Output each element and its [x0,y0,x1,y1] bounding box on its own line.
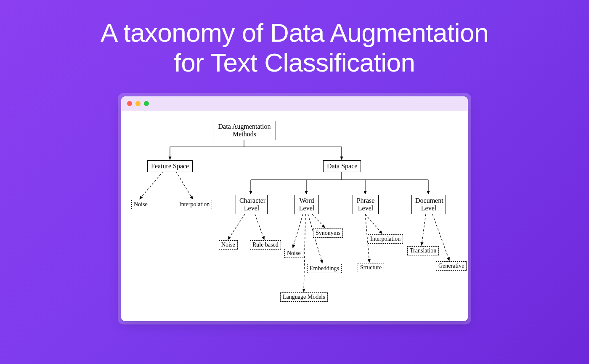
leaf-label: Generative [438,263,464,269]
leaf-label: Interpolation [179,201,210,207]
diagram-canvas: Data AugmentationMethods Feature Space D… [121,111,468,321]
node-root: Data AugmentationMethods [213,121,276,141]
svg-line-15 [293,214,303,248]
node-word-level: WordLevel [294,195,319,215]
node-label: Data Space [327,162,357,170]
leaf-fs-interpolation: Interpolation [177,200,212,209]
leaf-wl-embeddings: Embeddings [307,264,342,273]
leaf-label: Translation [410,247,436,254]
svg-line-13 [255,214,264,239]
leaf-label: Language Models [283,294,325,300]
leaf-wl-noise: Noise [284,249,303,258]
svg-line-16 [308,214,322,263]
close-icon[interactable] [127,101,132,106]
leaf-label: Noise [134,201,148,207]
leaf-label: Noise [287,250,301,256]
leaf-dl-generative: Generative [436,261,467,271]
svg-line-4 [140,171,163,199]
node-root-label: Data AugmentationMethods [218,123,271,138]
leaf-label: Interpolation [370,236,401,242]
node-document-level: DocumentLevel [411,195,446,215]
leaf-label: Structure [360,264,382,271]
minimize-icon[interactable] [135,101,141,106]
page-title: A taxonomy of Data Augmentation for Text… [0,0,589,78]
leaf-label: Rule based [252,242,279,248]
svg-line-17 [304,214,305,292]
maximize-icon[interactable] [144,101,149,106]
leaf-fs-noise: Noise [131,200,150,209]
leaf-cl-noise: Noise [219,240,238,250]
window: Data AugmentationMethods Feature Space D… [121,96,468,321]
svg-line-12 [228,214,245,239]
leaf-dl-translation: Translation [407,246,439,255]
diagram-edges [121,111,468,321]
leaf-wl-synonyms: Synonyms [313,228,343,238]
leaf-label: Noise [221,242,235,248]
node-character-level: CharacterLevel [236,195,268,215]
title-line-1: A taxonomy of Data Augmentation [101,18,488,47]
leaf-wl-language-models: Language Models [280,292,328,302]
leaf-pl-interpolation: Interpolation [368,234,403,244]
leaf-cl-rule-based: Rule based [250,240,281,250]
node-label: PhraseLevel [357,197,375,212]
node-label: DocumentLevel [415,197,443,212]
svg-line-20 [422,214,426,245]
node-label: WordLevel [299,197,314,212]
leaf-label: Embeddings [310,265,339,271]
svg-line-14 [312,214,325,228]
node-data-space: Data Space [323,160,361,172]
svg-line-5 [176,171,193,199]
leaf-label: Synonyms [316,230,340,236]
node-feature-space: Feature Space [147,160,193,172]
node-phrase-level: PhraseLevel [353,195,379,215]
node-label: CharacterLevel [239,197,265,212]
svg-line-18 [365,214,382,234]
leaf-pl-structure: Structure [358,263,384,272]
title-line-2: for Text Classification [174,48,415,77]
window-frame: Data AugmentationMethods Feature Space D… [118,93,471,324]
window-titlebar [121,96,468,111]
node-label: Feature Space [151,162,189,170]
